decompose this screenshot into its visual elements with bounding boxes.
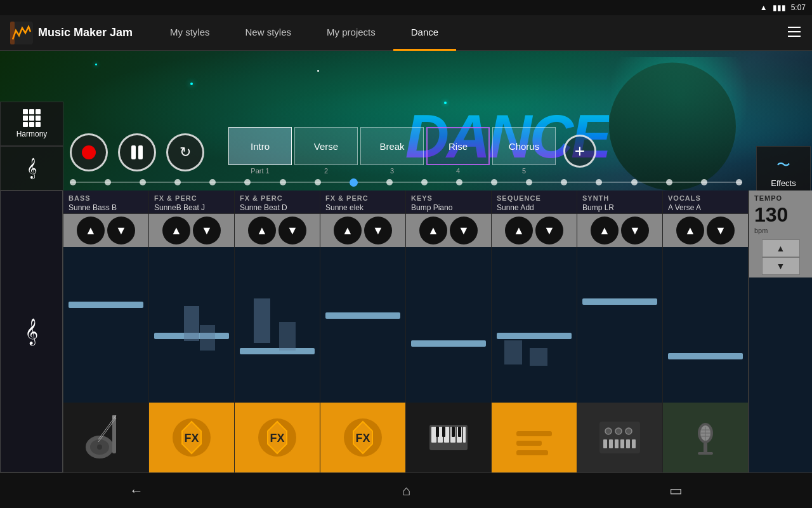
bass-instrument-icon[interactable]: [63, 403, 148, 472]
fxperc3-fader-bar: [325, 312, 400, 319]
channel-keys-name: Bump Piano: [411, 203, 486, 212]
bass-up-button[interactable]: [77, 217, 105, 244]
channel-keys-fader[interactable]: [406, 247, 491, 403]
back-button[interactable]: ←: [129, 483, 143, 499]
add-part-button[interactable]: +: [563, 135, 596, 168]
channel-fxperc3-name: Sunne elek: [325, 203, 400, 212]
loop-button[interactable]: ↻: [166, 133, 204, 171]
microphone-icon: [680, 409, 731, 466]
app-logo: Music Maker Jam: [0, 22, 152, 44]
keys-up-button[interactable]: [419, 217, 447, 244]
tempo-up-button[interactable]: ▲: [762, 239, 800, 257]
tab-my-styles[interactable]: My styles: [152, 15, 228, 51]
tempo-fader[interactable]: [749, 277, 812, 472]
tempo-controls: ▲ ▼: [749, 237, 812, 277]
timeline-dot-11[interactable]: [456, 179, 462, 185]
part-break[interactable]: Break 3: [360, 127, 424, 175]
channel-fxperc2-controls: [235, 214, 320, 247]
tab-dance[interactable]: Dance: [393, 15, 456, 51]
timeline-dot-10[interactable]: [421, 179, 428, 185]
timeline-dot-19[interactable]: [736, 179, 742, 185]
timeline-dot-0[interactable]: [70, 179, 76, 185]
treble-clef-button[interactable]: 𝄞: [0, 190, 63, 472]
recents-button[interactable]: ▭: [669, 483, 683, 499]
keys-instrument-icon[interactable]: [406, 403, 491, 472]
tab-my-projects[interactable]: My projects: [309, 15, 393, 51]
timeline-dot-1[interactable]: [105, 179, 111, 185]
keys-down-button[interactable]: [450, 217, 478, 244]
fxperc2-instrument-icon[interactable]: FX: [235, 403, 320, 472]
channel-synth-fader[interactable]: [577, 247, 662, 403]
channel-bass-fader[interactable]: [63, 247, 148, 403]
part-rise[interactable]: Rise 4: [426, 127, 490, 175]
channel-fxperc3-type: FX & PERC: [325, 194, 400, 202]
fxperc3-instrument-icon[interactable]: FX: [320, 403, 405, 472]
timeline-dot-5[interactable]: [244, 179, 251, 185]
svg-point-34: [615, 428, 622, 434]
sequence-instrument-icon[interactable]: [492, 403, 577, 472]
grid-icon: [23, 109, 41, 127]
status-bar: ▲ ▮▮▮ 5:07: [0, 0, 812, 15]
effects-button[interactable]: 〜 Effects: [756, 146, 811, 190]
timeline-dot-17[interactable]: [666, 179, 672, 185]
synth-up-button[interactable]: [591, 217, 619, 244]
timeline-dot-8[interactable]: [350, 178, 358, 187]
tab-new-styles[interactable]: New styles: [228, 15, 310, 51]
pause-icon: [131, 145, 143, 159]
part-chorus-box[interactable]: Chorus: [492, 127, 556, 165]
channel-fxperc1-fader[interactable]: [149, 247, 234, 403]
timeline-dot-9[interactable]: [386, 179, 393, 185]
part-intro-box[interactable]: Intro: [228, 127, 292, 165]
vocals-instrument-icon[interactable]: [663, 403, 748, 472]
channel-fxperc2-fader[interactable]: [235, 247, 320, 403]
keyboard-icon: [423, 409, 474, 466]
pause-button[interactable]: [118, 133, 156, 171]
sequence-down-button[interactable]: [535, 217, 563, 244]
synth-instrument-icon[interactable]: [577, 403, 662, 472]
timeline-dot-15[interactable]: [596, 179, 602, 185]
home-button[interactable]: ⌂: [402, 483, 410, 499]
vocals-up-button[interactable]: [676, 217, 704, 244]
synth-down-button[interactable]: [621, 217, 649, 244]
fxperc3-up-button[interactable]: [334, 217, 362, 244]
channel-sequence-fader[interactable]: [492, 247, 577, 403]
vocals-down-button[interactable]: [707, 217, 735, 244]
overflow-menu-icon[interactable]: [776, 24, 812, 42]
battery-icon: ▮▮▮: [773, 3, 786, 12]
fxperc2-up-button[interactable]: [248, 217, 276, 244]
timeline-dot-18[interactable]: [701, 179, 707, 185]
fxperc2-down-button[interactable]: [278, 217, 306, 244]
timeline-dot-6[interactable]: [280, 179, 286, 185]
svg-rect-40: [626, 439, 630, 448]
sequence-up-button[interactable]: [505, 217, 533, 244]
timeline-dot-4[interactable]: [209, 179, 216, 185]
fxperc3-down-button[interactable]: [364, 217, 392, 244]
record-button[interactable]: [70, 133, 108, 171]
fxperc2-block2: [279, 322, 296, 351]
timeline-dot-13[interactable]: [526, 179, 532, 185]
fxperc1-up-button[interactable]: [162, 217, 190, 244]
clef-button[interactable]: 𝄞: [0, 146, 63, 190]
part-verse[interactable]: Verse 2: [294, 127, 358, 175]
vocals-fader-bar: [668, 353, 743, 359]
timeline-dot-3[interactable]: [174, 179, 181, 185]
part-verse-box[interactable]: Verse: [294, 127, 358, 165]
left-panel: 𝄞: [0, 190, 63, 472]
harmony-button[interactable]: Harmony: [0, 102, 63, 146]
tempo-down-button[interactable]: ▼: [762, 257, 800, 275]
timeline-dot-7[interactable]: [315, 179, 321, 185]
fxperc1-down-button[interactable]: [193, 217, 221, 244]
part-rise-box[interactable]: Rise: [426, 127, 490, 165]
part-chorus[interactable]: Chorus 5: [492, 127, 556, 175]
bass-down-button[interactable]: [107, 217, 135, 244]
channel-vocals-fader[interactable]: [663, 247, 748, 403]
up-icon: [256, 224, 268, 237]
timeline-dot-16[interactable]: [631, 179, 638, 185]
part-break-box[interactable]: Break: [360, 127, 424, 165]
fxperc1-instrument-icon[interactable]: FX: [149, 403, 234, 472]
channel-fxperc3-fader[interactable]: [320, 247, 405, 403]
timeline-dot-14[interactable]: [561, 179, 567, 185]
timeline-dot-2[interactable]: [140, 179, 146, 185]
part-intro[interactable]: Intro Part 1: [228, 127, 292, 175]
timeline-dot-12[interactable]: [491, 179, 497, 185]
